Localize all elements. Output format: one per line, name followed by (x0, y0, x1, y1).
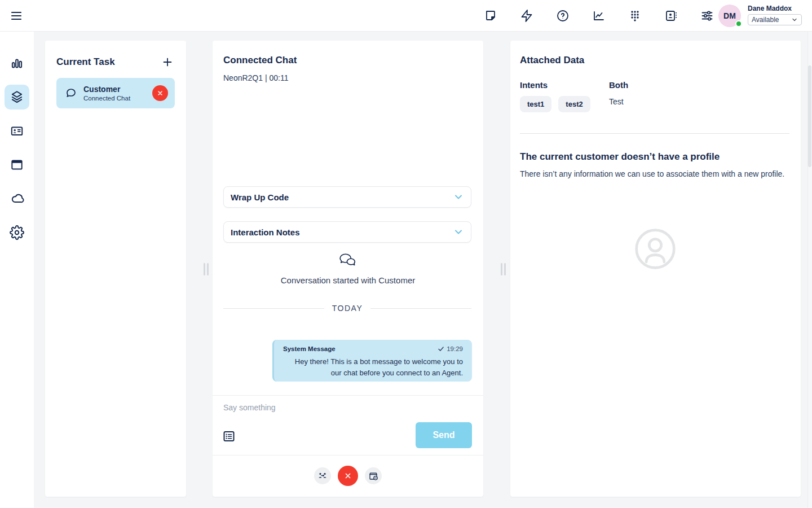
message-input[interactable] (223, 400, 471, 415)
contact-card-icon (664, 9, 678, 23)
task-card[interactable]: Customer Connected Chat (56, 78, 175, 108)
help-button[interactable] (555, 8, 571, 24)
composer-divider (213, 395, 483, 396)
user-name: Dane Maddox (748, 5, 802, 12)
status-select[interactable]: Available (748, 14, 802, 25)
archive-icon (368, 471, 378, 481)
task-type: Connected Chat (83, 95, 152, 102)
chat-action-row (213, 466, 483, 486)
close-icon (157, 90, 164, 97)
wrap-up-code-accordion[interactable]: Wrap Up Code (223, 186, 471, 208)
sidebar-item-directory[interactable] (5, 119, 29, 143)
dialpad-icon (628, 9, 642, 23)
both-value: Test (609, 97, 624, 106)
contact-card-icon (10, 124, 24, 138)
task-text: Customer Connected Chat (83, 85, 152, 102)
sidebar-item-interactions[interactable] (5, 85, 29, 110)
scrollbar-track (807, 32, 812, 508)
divider-line (223, 308, 324, 309)
transfer-icon (317, 471, 328, 481)
chat-bubble-icon (64, 86, 78, 100)
both-label: Both (609, 80, 628, 90)
menu-button[interactable] (9, 8, 25, 23)
chevron-down-icon (453, 226, 464, 238)
panel-resize-handle[interactable] (501, 263, 508, 275)
task-panel-header: Current Task (56, 55, 175, 69)
add-task-button[interactable] (161, 55, 175, 69)
avatar[interactable]: DM (718, 5, 741, 27)
note-button[interactable] (483, 8, 498, 24)
data-divider (520, 133, 789, 134)
park-interaction-button[interactable] (365, 467, 382, 484)
sidebar-item-settings[interactable] (5, 220, 29, 245)
current-task-panel: Current Task Customer Connected Chat (45, 41, 186, 497)
chevron-down-icon (791, 16, 798, 23)
actions-divider (213, 455, 483, 456)
line-chart-icon (592, 9, 606, 23)
intent-chip: test1 (520, 96, 551, 112)
contacts-button[interactable] (663, 8, 679, 24)
message-time: 19:29 (447, 345, 463, 352)
interaction-notes-label: Interaction Notes (231, 227, 300, 237)
day-label: TODAY (332, 304, 363, 313)
agent-desktop-app: DM Dane Maddox Available (0, 0, 812, 508)
user-block: DM Dane Maddox Available (718, 5, 802, 27)
close-icon (344, 472, 352, 480)
profile-placeholder-icon (632, 226, 678, 272)
chevron-down-icon (453, 191, 464, 203)
intent-chip: test2 (558, 96, 590, 112)
attached-data-panel: Attached Data Intents Both test1 test2 T… (510, 41, 801, 497)
task-name: Customer (83, 85, 152, 94)
bolt-icon (520, 9, 533, 23)
avatar-initials: DM (723, 11, 736, 20)
preferences-button[interactable] (699, 8, 715, 24)
intents-chips: test1 test2 (520, 96, 590, 112)
chat-title: Connected Chat (223, 55, 297, 66)
check-icon (438, 345, 444, 352)
send-button[interactable]: Send (416, 422, 472, 448)
conversation-icon (213, 253, 483, 269)
menu-icon (9, 9, 24, 23)
intents-label: Intents (520, 80, 548, 90)
user-meta: Dane Maddox Available (748, 5, 802, 27)
interaction-notes-accordion[interactable]: Interaction Notes (223, 221, 471, 243)
day-divider: TODAY (223, 304, 471, 313)
divider-line (370, 308, 471, 309)
plus-icon (161, 56, 174, 68)
conversation-started-text: Conversation started with Customer (213, 275, 483, 285)
chat-meta: NeonR2Q1 | 00:11 (223, 73, 288, 82)
panel-resize-handle[interactable] (204, 263, 210, 275)
attached-data-title: Attached Data (520, 55, 584, 66)
topbar-actions (483, 0, 715, 32)
list-icon (222, 430, 236, 443)
connected-chat-panel: Connected Chat NeonR2Q1 | 00:11 Wrap Up … (213, 41, 483, 497)
task-panel-title: Current Task (56, 56, 115, 68)
left-nav-rail (0, 32, 34, 508)
performance-button[interactable] (591, 8, 607, 24)
system-message-bubble: System Message 19:29 Hey there! This is … (272, 340, 472, 382)
canned-responses-button[interactable] (222, 429, 237, 444)
wrap-up-code-label: Wrap Up Code (231, 192, 289, 202)
dialpad-button[interactable] (627, 8, 643, 24)
no-profile-text: There isn’t any information we can use t… (520, 168, 788, 180)
top-bar: DM Dane Maddox Available (0, 0, 812, 32)
transfer-button[interactable] (314, 467, 331, 484)
window-icon (10, 157, 24, 172)
status-value: Available (752, 16, 779, 24)
close-task-button[interactable] (152, 85, 168, 101)
sidebar-item-cloud[interactable] (5, 186, 29, 211)
cloud-icon (10, 191, 24, 206)
bubble-header: System Message 19:29 (283, 345, 463, 352)
end-chat-button[interactable] (338, 466, 358, 486)
sidebar-item-performance[interactable] (5, 51, 29, 76)
help-icon (556, 9, 570, 23)
presence-dot (735, 20, 742, 27)
message-sender: System Message (283, 345, 336, 352)
gear-icon (10, 225, 24, 240)
message-status: 19:29 (438, 345, 463, 352)
sidebar-item-apps[interactable] (5, 152, 29, 177)
quick-actions-button[interactable] (519, 8, 535, 24)
message-text: Hey there! This is a bot message to welc… (283, 356, 463, 379)
scrollbar-thumb[interactable] (808, 65, 811, 167)
bar-chart-icon (10, 56, 24, 71)
